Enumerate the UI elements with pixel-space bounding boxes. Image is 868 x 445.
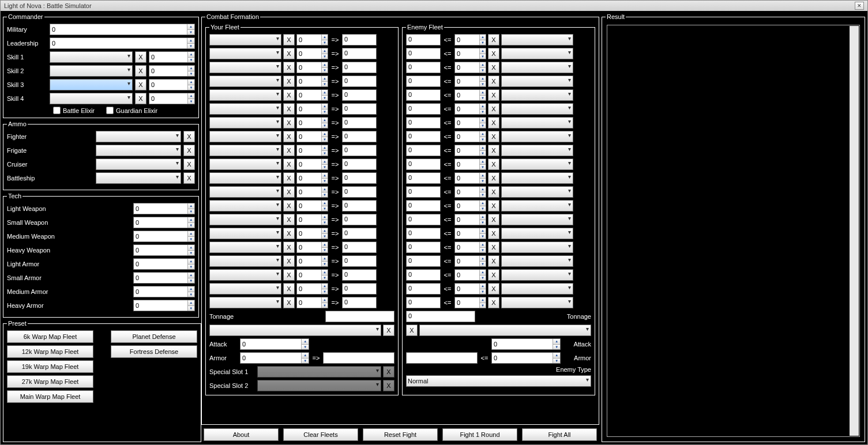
x-button[interactable]: X bbox=[488, 255, 499, 267]
tech-spinner[interactable]: ▲▼ bbox=[133, 258, 195, 270]
skill-value-spinner[interactable]: ▲▼ bbox=[149, 51, 195, 63]
enemy-count-spinner[interactable]: ▲▼ bbox=[454, 172, 486, 184]
preset-button[interactable]: 27k Warp Map Fleet bbox=[7, 375, 93, 388]
your-count-spinner[interactable]: ▲▼ bbox=[296, 186, 328, 198]
enemy-count-spinner[interactable]: ▲▼ bbox=[454, 214, 486, 225]
skill-combo[interactable] bbox=[50, 51, 133, 63]
your-count-spinner[interactable]: ▲▼ bbox=[296, 283, 328, 295]
x-button[interactable]: X bbox=[135, 79, 146, 90]
your-count-spinner[interactable]: ▲▼ bbox=[296, 297, 328, 308]
x-button[interactable]: X bbox=[283, 131, 295, 142]
x-button[interactable]: X bbox=[283, 62, 295, 73]
x-button[interactable]: X bbox=[488, 283, 499, 295]
your-ship-combo[interactable] bbox=[209, 103, 281, 115]
x-button[interactable]: X bbox=[135, 93, 146, 104]
your-ship-combo[interactable] bbox=[209, 214, 281, 225]
tech-spinner[interactable]: ▲▼ bbox=[133, 300, 195, 311]
enemy-count-spinner[interactable]: ▲▼ bbox=[454, 48, 486, 59]
enemy-ship-combo[interactable] bbox=[501, 103, 573, 115]
enemy-count-spinner[interactable]: ▲▼ bbox=[454, 103, 486, 115]
enemy-count-spinner[interactable]: ▲▼ bbox=[454, 242, 486, 253]
your-count-spinner[interactable]: ▲▼ bbox=[296, 62, 328, 73]
x-button[interactable]: X bbox=[283, 242, 295, 253]
x-button[interactable]: X bbox=[488, 76, 499, 87]
enemy-count-spinner[interactable]: ▲▼ bbox=[454, 89, 486, 101]
skill-combo[interactable] bbox=[50, 65, 133, 77]
ammo-combo[interactable] bbox=[96, 159, 181, 170]
x-button[interactable]: X bbox=[283, 214, 295, 225]
enemy-ship-combo[interactable] bbox=[501, 283, 573, 295]
your-count-spinner[interactable]: ▲▼ bbox=[296, 255, 328, 267]
enemy-ship-combo[interactable] bbox=[501, 186, 573, 198]
your-ship-combo[interactable] bbox=[209, 228, 281, 239]
attack-spinner[interactable]: ▲▼ bbox=[240, 338, 309, 350]
x-button[interactable]: X bbox=[283, 117, 295, 129]
enemy-count-spinner[interactable]: ▲▼ bbox=[454, 186, 486, 198]
enemy-count-spinner[interactable]: ▲▼ bbox=[454, 76, 486, 87]
your-ship-combo[interactable] bbox=[209, 145, 281, 156]
enemy-count-spinner[interactable]: ▲▼ bbox=[454, 62, 486, 73]
preset-button[interactable]: 6k Warp Map Fleet bbox=[7, 330, 93, 343]
your-count-spinner[interactable]: ▲▼ bbox=[296, 48, 328, 59]
enemy-ship-combo[interactable] bbox=[501, 62, 573, 73]
tech-spinner[interactable]: ▲▼ bbox=[133, 203, 195, 214]
your-ship-combo[interactable] bbox=[209, 172, 281, 184]
your-ship-combo[interactable] bbox=[209, 200, 281, 212]
enemy-count-spinner[interactable]: ▲▼ bbox=[454, 131, 486, 142]
tech-spinner[interactable]: ▲▼ bbox=[133, 217, 195, 228]
x-button[interactable]: X bbox=[135, 65, 146, 77]
leadership-spinner[interactable]: ▲▼ bbox=[50, 37, 195, 49]
your-ship-combo[interactable] bbox=[209, 62, 281, 73]
about-button[interactable]: About bbox=[204, 428, 279, 441]
guardian-elixir-check[interactable]: Guardian Elixir bbox=[106, 107, 157, 114]
your-count-spinner[interactable]: ▲▼ bbox=[296, 172, 328, 184]
your-extra-combo[interactable] bbox=[209, 325, 381, 336]
enemy-ship-combo[interactable] bbox=[501, 117, 573, 129]
skill-combo[interactable] bbox=[50, 79, 133, 90]
enemy-ship-combo[interactable] bbox=[501, 34, 573, 46]
preset-button[interactable]: Fortress Defense bbox=[111, 345, 197, 358]
your-count-spinner[interactable]: ▲▼ bbox=[296, 214, 328, 225]
x-button[interactable]: X bbox=[383, 325, 394, 336]
x-button[interactable]: X bbox=[488, 159, 499, 170]
x-button[interactable]: X bbox=[283, 48, 295, 59]
enemy-ship-combo[interactable] bbox=[501, 269, 573, 281]
preset-button[interactable]: Planet Defense bbox=[111, 330, 197, 343]
spinner-buttons[interactable]: ▲▼ bbox=[187, 38, 194, 48]
enemy-ship-combo[interactable] bbox=[501, 145, 573, 156]
tech-spinner[interactable]: ▲▼ bbox=[133, 272, 195, 284]
x-button[interactable]: X bbox=[283, 34, 295, 46]
enemy-extra-combo[interactable] bbox=[419, 325, 591, 336]
enemy-ship-combo[interactable] bbox=[501, 76, 573, 87]
x-button[interactable]: X bbox=[283, 76, 295, 87]
enemy-armor-spinner[interactable]: ▲▼ bbox=[491, 352, 561, 364]
x-button[interactable]: X bbox=[406, 325, 418, 336]
x-button[interactable]: X bbox=[488, 145, 499, 156]
your-ship-combo[interactable] bbox=[209, 255, 281, 267]
enemy-ship-combo[interactable] bbox=[501, 297, 573, 308]
x-button[interactable]: X bbox=[488, 89, 499, 101]
your-count-spinner[interactable]: ▲▼ bbox=[296, 242, 328, 253]
x-button[interactable]: X bbox=[183, 159, 195, 170]
x-button[interactable]: X bbox=[283, 228, 295, 239]
enemy-ship-combo[interactable] bbox=[501, 255, 573, 267]
your-ship-combo[interactable] bbox=[209, 297, 281, 308]
x-button[interactable]: X bbox=[283, 103, 295, 115]
preset-button[interactable]: 12k Warp Map Fleet bbox=[7, 345, 93, 358]
your-count-spinner[interactable]: ▲▼ bbox=[296, 103, 328, 115]
skill-value-spinner[interactable]: ▲▼ bbox=[149, 93, 195, 104]
enemy-count-spinner[interactable]: ▲▼ bbox=[454, 297, 486, 308]
x-button[interactable]: X bbox=[488, 297, 499, 308]
military-spinner[interactable]: ▲▼ bbox=[50, 24, 195, 35]
your-ship-combo[interactable] bbox=[209, 242, 281, 253]
your-count-spinner[interactable]: ▲▼ bbox=[296, 34, 328, 46]
your-ship-combo[interactable] bbox=[209, 89, 281, 101]
x-button[interactable]: X bbox=[488, 186, 499, 198]
your-ship-combo[interactable] bbox=[209, 117, 281, 129]
x-button[interactable]: X bbox=[283, 269, 295, 281]
your-ship-combo[interactable] bbox=[209, 186, 281, 198]
enemy-type-combo[interactable]: Normal bbox=[406, 375, 591, 387]
armor-spinner[interactable]: ▲▼ bbox=[240, 352, 309, 364]
fight-all-button[interactable]: Fight All bbox=[522, 428, 597, 441]
x-button[interactable]: X bbox=[183, 145, 195, 156]
